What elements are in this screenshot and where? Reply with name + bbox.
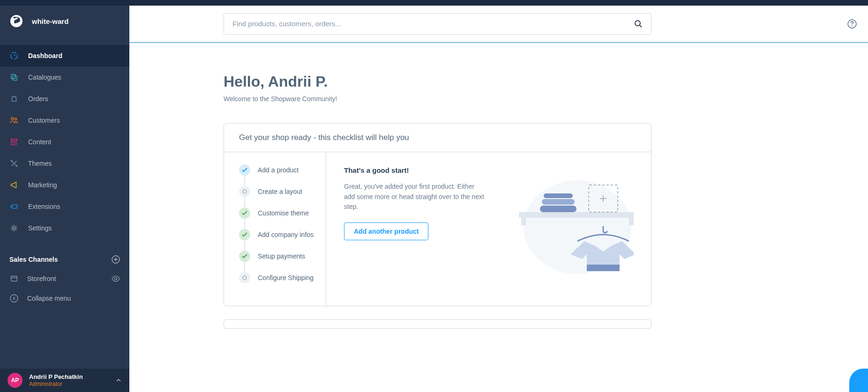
page-inner: Hello, Andrii P. Welcome to the Shopware… xyxy=(224,73,651,329)
page-subtitle: Welcome to the Shopware Community! xyxy=(224,95,651,103)
marketing-icon xyxy=(9,180,19,190)
checklist-step-company-info[interactable]: Add company infos xyxy=(239,229,318,240)
svg-rect-28 xyxy=(587,265,620,271)
sidebar-item-label: Orders xyxy=(28,95,48,103)
chat-fab[interactable] xyxy=(849,369,868,392)
sidebar-item-label: Dashboard xyxy=(28,52,62,59)
sidebar-item-label: Extensions xyxy=(28,203,60,210)
collapse-label: Collapse menu xyxy=(27,295,71,302)
checklist-card: Get your shop ready - this checklist wil… xyxy=(224,123,651,306)
svg-point-8 xyxy=(16,165,18,167)
next-card-peek xyxy=(224,319,651,329)
extensions-icon xyxy=(9,202,19,211)
checklist-step-customise-theme[interactable]: Customise theme xyxy=(239,207,318,219)
circle-icon xyxy=(239,272,250,283)
search-icon xyxy=(634,20,643,28)
circle-icon xyxy=(239,186,250,197)
sidebar-item-label: Customers xyxy=(28,117,60,124)
check-label: Customise theme xyxy=(258,209,309,217)
card-header: Get your shop ready - this checklist wil… xyxy=(224,124,651,152)
settings-icon xyxy=(9,223,19,233)
svg-point-18 xyxy=(243,190,247,193)
sidebar-item-label: Themes xyxy=(28,160,52,167)
checklist-step-create-layout[interactable]: Create a layout xyxy=(239,186,318,197)
check-label: Add company infos xyxy=(258,231,314,238)
sidebar-item-extensions[interactable]: Extensions xyxy=(0,196,129,217)
help-button[interactable] xyxy=(847,19,857,29)
sidebar-header: white-ward xyxy=(0,6,129,37)
svg-rect-22 xyxy=(521,218,526,225)
chevron-up-icon xyxy=(115,378,122,383)
sidebar: white-ward Dashboard Catalogues Orders xyxy=(0,0,129,392)
content-icon xyxy=(9,137,19,147)
search-wrap xyxy=(129,13,786,35)
svg-rect-24 xyxy=(544,193,573,198)
collapse-icon xyxy=(9,294,19,303)
orders-icon xyxy=(9,94,19,104)
svg-point-19 xyxy=(243,276,247,280)
sidebar-item-settings[interactable]: Settings xyxy=(0,217,129,239)
sidebar-item-label: Content xyxy=(28,138,51,146)
check-label: Setup payments xyxy=(258,252,305,260)
topbar xyxy=(129,6,868,42)
checklist-step-shipping[interactable]: Configure Shipping xyxy=(239,272,318,283)
sidebar-footer: AP Andrii P Pechatkin Administrator xyxy=(0,369,129,392)
visibility-icon[interactable] xyxy=(112,275,120,282)
collapse-menu[interactable]: Collapse menu xyxy=(0,288,129,308)
themes-icon xyxy=(9,159,19,168)
svg-rect-21 xyxy=(519,212,634,218)
user-name: Andrii P Pechatkin xyxy=(29,373,115,381)
svg-rect-26 xyxy=(540,206,576,212)
svg-rect-2 xyxy=(13,76,17,80)
page-title: Hello, Andrii P. xyxy=(224,73,651,90)
detail-description: Great, you've added your first product. … xyxy=(344,182,485,212)
dashboard-icon xyxy=(9,51,19,60)
add-channel-button[interactable] xyxy=(112,255,120,264)
logo-icon xyxy=(9,14,23,28)
step-detail: That's a good start! Great, you've added… xyxy=(326,152,651,306)
svg-point-14 xyxy=(10,295,18,302)
svg-rect-25 xyxy=(542,199,575,205)
user-menu[interactable]: AP Andrii P Pechatkin Administrator xyxy=(0,369,129,392)
check-icon xyxy=(239,229,250,240)
avatar: AP xyxy=(7,373,22,388)
catalogues-icon xyxy=(9,73,19,82)
sidebar-item-orders[interactable]: Orders xyxy=(0,88,129,110)
svg-rect-23 xyxy=(629,218,634,225)
sidebar-item-marketing[interactable]: Marketing xyxy=(0,174,129,196)
svg-point-15 xyxy=(635,21,640,26)
checklist-step-payments[interactable]: Setup payments xyxy=(239,251,318,262)
sidebar-item-themes[interactable]: Themes xyxy=(0,153,129,174)
svg-point-4 xyxy=(15,118,16,120)
content: Hello, Andrii P. Welcome to the Shopware… xyxy=(129,43,868,329)
sidebar-item-label: Catalogues xyxy=(28,74,61,81)
channel-label: Storefront xyxy=(27,275,56,282)
search-input[interactable] xyxy=(232,20,634,28)
user-role: Administrator xyxy=(29,381,115,387)
check-icon xyxy=(239,164,250,176)
main-nav: Dashboard Catalogues Orders Customers xyxy=(0,45,129,239)
detail-title: That's a good start! xyxy=(344,166,485,174)
content-wrap: Hello, Andrii P. Welcome to the Shopware… xyxy=(129,42,868,329)
sidebar-item-label: Settings xyxy=(28,224,52,232)
svg-point-10 xyxy=(13,227,15,229)
add-another-product-button[interactable]: Add another product xyxy=(344,222,428,240)
search-box[interactable] xyxy=(224,13,651,35)
check-label: Add a product xyxy=(258,166,299,174)
check-icon xyxy=(239,251,250,262)
svg-point-17 xyxy=(852,25,853,26)
top-stripe xyxy=(129,0,868,6)
sidebar-item-dashboard[interactable]: Dashboard xyxy=(0,45,129,67)
customers-icon xyxy=(9,116,19,125)
illustration xyxy=(485,166,642,292)
sidebar-item-label: Marketing xyxy=(28,181,57,189)
check-label: Configure Shipping xyxy=(258,274,314,281)
sidebar-item-catalogues[interactable]: Catalogues xyxy=(0,67,129,88)
sidebar-item-content[interactable]: Content xyxy=(0,131,129,153)
sidebar-item-customers[interactable]: Customers xyxy=(0,110,129,131)
checklist: Add a product Create a layout xyxy=(224,152,326,306)
check-label: Create a layout xyxy=(258,188,302,195)
check-icon xyxy=(239,207,250,219)
checklist-step-add-product[interactable]: Add a product xyxy=(239,164,318,176)
channel-storefront[interactable]: Storefront xyxy=(0,269,129,288)
